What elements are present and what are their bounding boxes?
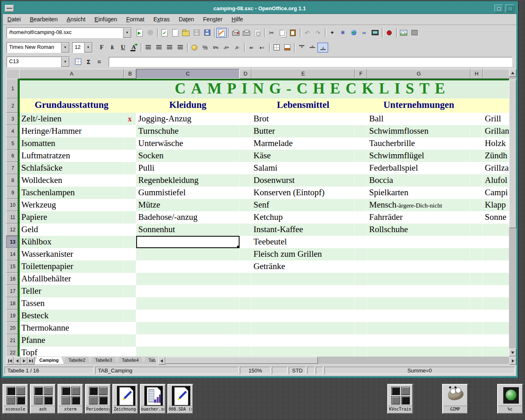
column-header-F[interactable]: F — [355, 69, 367, 79]
cell-G15[interactable] — [367, 260, 470, 273]
cell-I10[interactable]: Klapp — [483, 199, 509, 211]
cell-C20[interactable] — [136, 322, 240, 334]
cell-E18[interactable] — [251, 297, 355, 310]
cell-B13[interactable] — [124, 236, 136, 248]
cell-H9[interactable] — [470, 187, 483, 199]
cell-F16[interactable] — [355, 273, 367, 285]
cell-A17[interactable]: Teller — [19, 285, 124, 297]
cell-I22[interactable] — [483, 347, 509, 356]
cell-A6[interactable]: Luftmatratzen — [19, 150, 124, 162]
cell-I18[interactable] — [483, 297, 509, 310]
column-header-D[interactable]: D — [240, 69, 251, 79]
maximize-button[interactable] — [505, 5, 514, 12]
selected-cell[interactable] — [136, 236, 240, 248]
cell-A20[interactable]: Thermokanne — [19, 322, 124, 334]
align-right-icon[interactable] — [164, 43, 175, 52]
status-sum[interactable]: Summe=0 — [324, 367, 515, 374]
desktop-icon-periodensy[interactable]: Periodensy — [85, 384, 111, 414]
cell-G6[interactable]: Schwimmflügel — [367, 150, 470, 162]
italic-icon[interactable]: k — [107, 43, 118, 52]
cell-D10[interactable] — [240, 199, 251, 211]
cell-A15[interactable]: Toilettenpapier — [19, 260, 124, 273]
align-justify-icon[interactable] — [175, 43, 185, 52]
cell-E20[interactable] — [251, 322, 355, 334]
save-document-icon[interactable] — [191, 28, 202, 38]
cell-H4[interactable] — [470, 125, 483, 137]
cell-E19[interactable] — [251, 310, 355, 322]
menu-bearbeiten[interactable]: Bearbeiten — [25, 15, 62, 24]
menu-ansicht[interactable]: Ansicht — [62, 15, 90, 24]
insert-object-icon[interactable] — [409, 28, 420, 38]
cell-C7[interactable]: Pulli — [136, 162, 240, 174]
cell-B14[interactable] — [124, 248, 136, 260]
cell-C6[interactable]: Socken — [136, 150, 240, 162]
cell-reference-dropdown-icon[interactable]: ▼ — [61, 57, 69, 67]
cell-H11[interactable] — [470, 211, 483, 224]
cell-G12[interactable]: Rollschuhe — [367, 224, 470, 236]
cell-F8[interactable] — [355, 174, 367, 187]
cell-H3[interactable] — [470, 113, 483, 125]
cell-E13[interactable]: Teebeutel — [251, 236, 355, 248]
bold-icon[interactable]: F — [96, 43, 107, 52]
cell-F3[interactable] — [355, 113, 367, 125]
cell-B8[interactable] — [124, 174, 136, 187]
delete-decimal-icon[interactable]: ,0- — [232, 43, 242, 52]
cell-F4[interactable] — [355, 125, 367, 137]
cell-E16[interactable] — [251, 273, 355, 285]
cell-G4[interactable]: Schwimmflossen — [367, 125, 470, 137]
cell-G20[interactable] — [367, 322, 470, 334]
cell-E21[interactable] — [251, 334, 355, 347]
cell-E6[interactable]: Käse — [251, 150, 355, 162]
cell-F22[interactable] — [355, 347, 367, 356]
cell-A7[interactable]: Schlafsäcke — [19, 162, 124, 174]
url-dropdown-icon[interactable]: ▼ — [123, 28, 131, 38]
cell-I20[interactable] — [483, 322, 509, 334]
cell-F21[interactable] — [355, 334, 367, 347]
cell-D20[interactable] — [240, 322, 251, 334]
cell-A16[interactable]: Abfallbehälter — [19, 273, 124, 285]
scroll-right-button[interactable] — [509, 357, 516, 365]
cell-D8[interactable] — [240, 174, 251, 187]
menu-einfgen[interactable]: Einfügen — [90, 15, 121, 24]
cell-I6[interactable]: Zündh — [483, 150, 509, 162]
cell-I12[interactable] — [483, 224, 509, 236]
cell-A8[interactable]: Wolldecken — [19, 174, 124, 187]
desktop-icon-gimp[interactable]: GIMP — [442, 384, 468, 414]
cell-D15[interactable] — [240, 260, 251, 273]
status-zoom[interactable]: 150% — [240, 367, 271, 374]
menu-daten[interactable]: Daten — [174, 15, 199, 24]
cell-C14[interactable] — [136, 248, 240, 260]
cell-D19[interactable] — [240, 310, 251, 322]
cell-B15[interactable] — [124, 260, 136, 273]
vertical-scroll-thumb[interactable] — [509, 80, 516, 228]
cell-C11[interactable]: Badehose/-anzug — [136, 211, 240, 224]
increase-indent-icon[interactable]: ▸≡ — [257, 43, 267, 52]
cell-A10[interactable]: Werkzeug — [19, 199, 124, 211]
cell-G21[interactable] — [367, 334, 470, 347]
menu-format[interactable]: Format — [122, 15, 149, 24]
sheet-tab-tabelle4[interactable]: Tabelle4 — [117, 357, 144, 364]
cell-B18[interactable] — [124, 297, 136, 310]
cell-E12[interactable]: Instant-Kaffee — [251, 224, 355, 236]
select-all-corner[interactable] — [6, 69, 20, 80]
formula-input[interactable] — [109, 57, 512, 67]
cell-I21[interactable] — [483, 334, 509, 347]
menu-fenster[interactable]: Fenster — [199, 15, 227, 24]
cell-H16[interactable] — [470, 273, 483, 285]
cell-B10[interactable] — [124, 199, 136, 211]
minimize-button[interactable] — [494, 5, 503, 12]
font-name-select[interactable]: Times New Roman ▼ — [7, 42, 70, 53]
cell-C15[interactable] — [136, 260, 240, 273]
menu-hilfe[interactable]: Hilfe — [227, 15, 248, 24]
cell-B3[interactable]: x — [124, 113, 136, 125]
record-macro-icon[interactable] — [384, 28, 395, 38]
url-field[interactable]: /home/rolf/camping-08.sxc ▼ — [7, 27, 132, 38]
cell-H13[interactable] — [470, 236, 483, 248]
undo-icon[interactable]: ↶ — [302, 28, 313, 38]
cell-D12[interactable] — [240, 224, 251, 236]
decrease-indent-icon[interactable]: ◂≡ — [246, 43, 257, 52]
scroll-down-button[interactable] — [509, 349, 516, 356]
cell-E14[interactable]: Fleisch zum Grillen — [251, 248, 355, 260]
cell-G3[interactable]: Ball — [367, 113, 470, 125]
cell-G9[interactable]: Spielkarten — [367, 187, 470, 199]
